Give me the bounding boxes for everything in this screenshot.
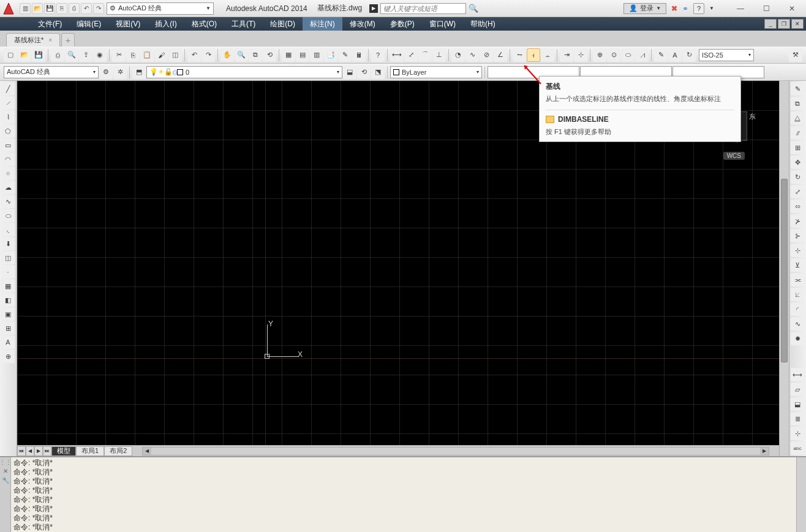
search-input[interactable] [380, 3, 466, 14]
copy-icon[interactable]: ⎘ [126, 48, 140, 62]
area-icon[interactable]: ▱ [791, 383, 804, 396]
help-icon[interactable]: ? [371, 48, 385, 62]
dim-update-icon[interactable]: ↻ [682, 48, 696, 62]
revcloud-icon[interactable]: ☁ [1, 181, 15, 194]
mdi-close[interactable]: ✕ [791, 19, 804, 29]
dim-arc-icon[interactable]: ⌒ [418, 48, 432, 62]
tab-first-icon[interactable]: ⏮ [17, 446, 26, 456]
menu-draw[interactable]: 绘图(D) [263, 17, 303, 31]
layout-tab-model[interactable]: 模型 [51, 446, 76, 456]
quickcalc-icon[interactable]: 🖩 [352, 48, 366, 62]
menu-file[interactable]: 文件(F) [31, 17, 69, 31]
new-icon[interactable]: ▢ [4, 48, 17, 62]
explode-icon[interactable]: ✸ [791, 332, 804, 345]
dim-diameter-icon[interactable]: ⊘ [480, 48, 493, 62]
jogged-lin-icon[interactable]: ⩘ [635, 48, 649, 62]
command-history[interactable]: 命令: *取消* 命令: *取消* 命令: *取消* 命令: *取消* 命令: … [11, 457, 796, 532]
scale-icon[interactable]: ⤢ [791, 185, 804, 198]
spline-icon[interactable]: ∿ [1, 195, 15, 208]
tab-next-icon[interactable]: ▶ [34, 446, 43, 456]
dim-space-icon[interactable]: ⇥ [560, 48, 573, 62]
qat-save-icon[interactable]: 💾 [44, 3, 55, 14]
dim-break-icon[interactable]: ⊹ [574, 48, 587, 62]
qat-plot-icon[interactable]: ⎙ [69, 3, 80, 14]
qat-saveas-icon[interactable]: ⎘ [56, 3, 67, 14]
qat-open-icon[interactable]: 📂 [32, 3, 43, 14]
dimstyle-manager-icon[interactable]: ⚒ [789, 48, 802, 62]
workspace-combo[interactable]: AutoCAD 经典 ▾ [4, 66, 99, 78]
zoom-prev-icon[interactable]: ⟲ [263, 48, 276, 62]
layout-tab-1[interactable]: 布局1 [76, 446, 104, 456]
dim-aligned-icon[interactable]: ⤢ [404, 48, 418, 62]
region-mass-icon[interactable]: ⬓ [791, 397, 804, 411]
dim-continue-icon[interactable]: ⫠ [541, 48, 554, 62]
hatch-icon[interactable]: ▦ [1, 279, 15, 293]
layer-dropdown[interactable]: 💡 ☀ 🔓 ⎙ 0 ▾ [146, 66, 342, 78]
blend-icon[interactable]: ∿ [791, 317, 804, 331]
menu-insert[interactable]: 插入(I) [148, 17, 184, 31]
workspace-dropdown[interactable]: ⚙ AutoCAD 经典 ▼ [107, 2, 214, 15]
trim-icon[interactable]: ⊁ [791, 214, 804, 228]
scroll-right-icon[interactable]: ▶ [760, 448, 769, 455]
properties-icon[interactable]: ▦ [282, 48, 295, 62]
ws-settings-icon[interactable]: ⚙ [99, 66, 113, 79]
layout-tab-2[interactable]: 布局2 [104, 446, 132, 456]
stretch-icon[interactable]: ⬄ [791, 200, 804, 213]
designcenter-icon[interactable]: ▤ [296, 48, 309, 62]
chamfer-icon[interactable]: ⟀ [791, 288, 804, 301]
circle-icon[interactable]: ○ [1, 167, 15, 180]
login-button[interactable]: 👤 登录 ▼ [623, 3, 666, 14]
zoom-win-icon[interactable]: ⧉ [249, 48, 262, 62]
minimize-button[interactable]: — [731, 2, 750, 15]
scroll-left-icon[interactable]: ◀ [143, 448, 151, 455]
tolerance-icon[interactable]: ⊕ [593, 48, 606, 62]
qat-undo-icon[interactable]: ↶ [81, 3, 92, 14]
mtext-icon[interactable]: A [1, 335, 15, 349]
vertical-scrollbar[interactable] [779, 81, 789, 456]
menu-tools[interactable]: 工具(T) [224, 17, 263, 31]
markup-icon[interactable]: ✎ [338, 48, 352, 62]
chevron-down-icon[interactable]: ▼ [709, 6, 714, 11]
exchange-icon[interactable]: ✖ [671, 4, 677, 13]
cmd-grip-icon[interactable]: ⋮⋮ [0, 459, 12, 465]
redo-icon[interactable]: ↷ [202, 48, 215, 62]
region-icon[interactable]: ▣ [1, 307, 15, 321]
dim-baseline-icon[interactable]: ⫞ [527, 48, 540, 62]
addselected-icon[interactable]: ⊕ [1, 350, 15, 363]
paste-icon[interactable]: 📋 [140, 48, 154, 62]
sheetset-icon[interactable]: 📑 [324, 48, 337, 62]
layer-prev-icon[interactable]: ⟲ [357, 66, 371, 79]
menu-window[interactable]: 窗口(W) [422, 17, 463, 31]
color-dropdown[interactable]: ByLayer ▾ [390, 66, 482, 78]
mdi-minimize[interactable]: _ [764, 19, 777, 29]
gradient-icon[interactable]: ◧ [1, 293, 15, 307]
menu-help[interactable]: 帮助(H) [463, 17, 503, 31]
layer-match-icon[interactable]: ⬓ [343, 66, 356, 79]
rotate-icon[interactable]: ↻ [791, 170, 804, 184]
line-icon[interactable]: ╱ [1, 82, 15, 96]
open-icon[interactable]: 📂 [18, 48, 31, 62]
offset-icon[interactable]: ⫽ [791, 126, 804, 140]
ws-gear-icon[interactable]: ✲ [113, 66, 127, 79]
zoom-rt-icon[interactable]: 🔍 [235, 48, 248, 62]
fillet-icon[interactable]: ◜ [791, 302, 804, 316]
block-icon[interactable]: ◫ [1, 251, 15, 264]
preview-icon[interactable]: 🔍 [65, 48, 78, 62]
mirror-icon[interactable]: ⧋ [791, 111, 804, 125]
join-icon[interactable]: ⫘ [791, 273, 804, 287]
dimstyle-dropdown[interactable]: ISO-25 ▾ [699, 49, 754, 61]
polygon-icon[interactable]: ⬠ [1, 124, 15, 138]
dim-jogged-icon[interactable]: ∿ [465, 48, 479, 62]
document-tab[interactable]: 基线标注* × [6, 33, 60, 47]
pan-icon[interactable]: ✋ [220, 48, 234, 62]
pline-icon[interactable]: ⌇ [1, 110, 15, 124]
layer-state-icon[interactable]: ⬔ [371, 66, 385, 79]
rectangle-icon[interactable]: ▭ [1, 138, 15, 152]
dim-ordinate-icon[interactable]: ⊥ [432, 48, 446, 62]
save-icon[interactable]: 💾 [32, 48, 45, 62]
menu-view[interactable]: 视图(V) [108, 17, 148, 31]
blockeditor-icon[interactable]: ◫ [168, 48, 182, 62]
3dprint-icon[interactable]: ◉ [93, 48, 107, 62]
insert-icon[interactable]: ⬇ [1, 237, 15, 250]
break-pt-icon[interactable]: ⊹ [791, 244, 804, 257]
